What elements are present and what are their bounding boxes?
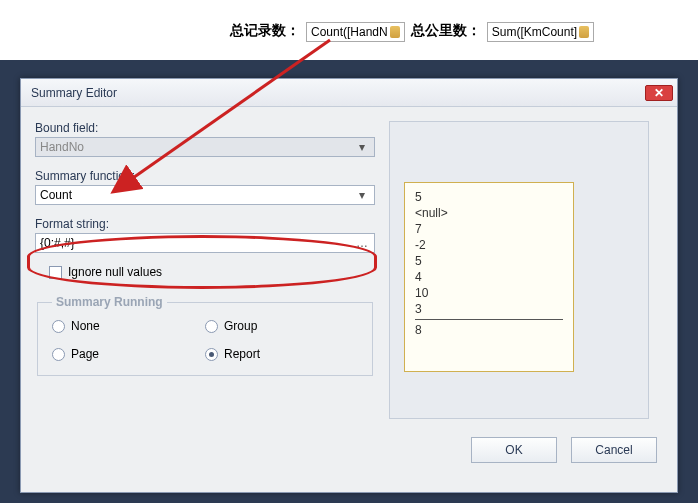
- summary-function-dropdown[interactable]: Count ▾: [35, 185, 375, 205]
- preview-content: 5 <null> 7 -2 5 4 10 3 8: [404, 182, 574, 372]
- expr-sum[interactable]: Sum([KmCount]: [487, 22, 594, 42]
- summary-running-group: Summary Running None Group Page: [37, 295, 373, 376]
- radio-group[interactable]: [205, 320, 218, 333]
- report-designer-surface: 总记录数： Count([HandN 总公里数： Sum([KmCount]: [0, 0, 698, 60]
- titlebar[interactable]: Summary Editor ✕: [21, 79, 677, 107]
- bound-icon: [390, 26, 400, 38]
- records-label: 总记录数：: [230, 22, 300, 42]
- summary-running-legend: Summary Running: [52, 295, 167, 309]
- dialog-title: Summary Editor: [31, 79, 117, 107]
- close-icon: ✕: [654, 79, 664, 107]
- summary-function-label: Summary function:: [35, 169, 375, 183]
- ignore-nulls-label: Ignore null values: [68, 265, 162, 279]
- ok-button[interactable]: OK: [471, 437, 557, 463]
- summary-editor-dialog: Summary Editor ✕ Bound field: HandNo ▾ S…: [20, 78, 678, 493]
- chevron-down-icon: ▾: [354, 187, 370, 203]
- expr-count[interactable]: Count([HandN: [306, 22, 405, 42]
- ellipsis-icon: …: [354, 235, 370, 251]
- bound-field-label: Bound field:: [35, 121, 375, 135]
- bound-field-dropdown[interactable]: HandNo ▾: [35, 137, 375, 157]
- radio-page-label: Page: [71, 347, 99, 361]
- format-string-input[interactable]: {0:#,#} …: [35, 233, 375, 253]
- ignore-nulls-checkbox[interactable]: [49, 266, 62, 279]
- km-label: 总公里数：: [411, 22, 481, 42]
- radio-report[interactable]: [205, 348, 218, 361]
- close-button[interactable]: ✕: [645, 85, 673, 101]
- cancel-button[interactable]: Cancel: [571, 437, 657, 463]
- bound-icon: [579, 26, 589, 38]
- radio-group-label: Group: [224, 319, 257, 333]
- radio-none[interactable]: [52, 320, 65, 333]
- chevron-down-icon: ▾: [354, 139, 370, 155]
- radio-none-label: None: [71, 319, 100, 333]
- radio-page[interactable]: [52, 348, 65, 361]
- preview-panel: 5 <null> 7 -2 5 4 10 3 8: [389, 121, 649, 419]
- radio-report-label: Report: [224, 347, 260, 361]
- format-string-label: Format string:: [35, 217, 375, 231]
